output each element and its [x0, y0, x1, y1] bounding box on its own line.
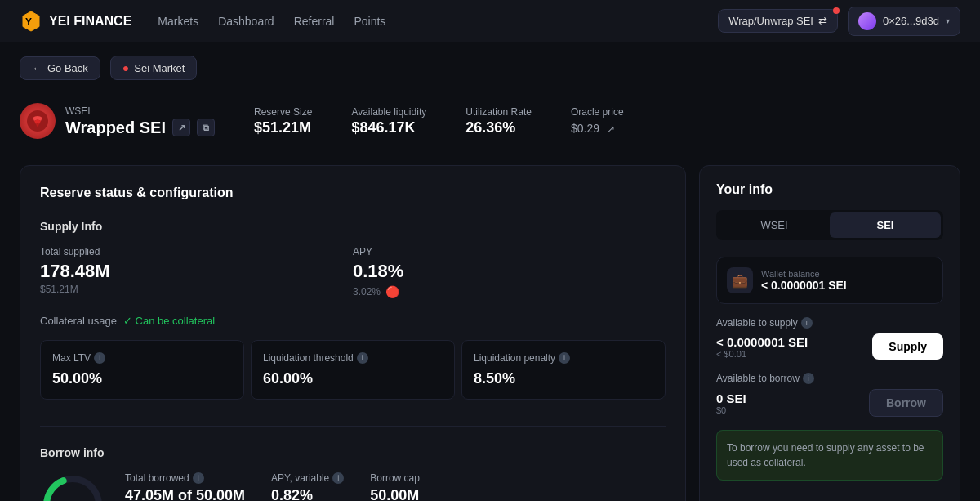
- collateral-badge: ✓ Can be collateral: [123, 315, 215, 327]
- apy-label: APY: [353, 246, 666, 257]
- logo-text: YEI FINANCE: [49, 14, 131, 29]
- reserve-size-value: $51.21M: [254, 119, 312, 136]
- supply-value-block: < 0.0000001 SEI < $0.01: [716, 335, 808, 359]
- oracle-price-value: $0.29 ↗: [571, 119, 624, 136]
- reward-icon: 🔴: [385, 285, 399, 298]
- oracle-price-label: Oracle price: [571, 106, 624, 118]
- supply-grid: Total supplied 178.48M $51.21M APY 0.18%…: [40, 246, 666, 298]
- collateral-label: Collateral usage: [40, 315, 117, 327]
- collateral-row: Collateral usage ✓ Can be collateral: [40, 315, 666, 327]
- external-link-icon[interactable]: ↗: [172, 119, 190, 136]
- supply-info-label: Supply Info: [40, 220, 666, 233]
- chevron-down-icon: ▾: [946, 16, 950, 25]
- wallet-address: 0×26...9d3d: [883, 15, 939, 27]
- utilization-rate-stat: Utilization Rate 26.36%: [466, 106, 532, 136]
- borrow-button[interactable]: Borrow: [869, 389, 943, 417]
- max-ltv-card: Max LTV i 50.00%: [40, 340, 244, 400]
- asset-ticker: WSEI: [65, 105, 215, 117]
- donut-chart-svg: [40, 472, 105, 501]
- borrow-value-row: 0 SEI $0 Borrow: [716, 389, 943, 417]
- currency-tabs: WSEI SEI: [716, 210, 943, 240]
- reserve-size-stat: Reserve Size $51.21M: [254, 106, 312, 136]
- liquidation-penalty-value: 8.50%: [474, 370, 653, 387]
- apy-stat: APY 0.18% 3.02% 🔴: [353, 246, 666, 298]
- liquidation-threshold-card: Liquidation threshold i 60.00%: [251, 340, 455, 400]
- wsei-logo-icon: [26, 110, 49, 132]
- wallet-balance-label: Wallet balance: [761, 269, 847, 279]
- wrap-unwrap-button[interactable]: Wrap/Unwrap SEI ⇄: [718, 9, 838, 33]
- available-to-supply-usd: < $0.01: [716, 349, 808, 359]
- main-grid: Reserve status & configuration Supply In…: [20, 165, 960, 501]
- available-to-borrow-label: Available to borrow i: [716, 373, 814, 384]
- back-button[interactable]: ← Go Back: [20, 56, 100, 80]
- asset-logo: [20, 103, 56, 139]
- supply-value-row: < 0.0000001 SEI < $0.01 Supply: [716, 333, 943, 360]
- avatar: [858, 12, 876, 30]
- borrow-section: 94.10% Total borrowed i 47.05M of 50.00M…: [40, 472, 666, 501]
- header: Y YEI FINANCE Markets Dashboard Referral…: [0, 0, 980, 42]
- apy-variable-label: APY, variable i: [271, 472, 344, 484]
- right-panel: Your info WSEI SEI 💼 Wallet balance < 0.…: [699, 165, 960, 501]
- wallet-balance-value: < 0.0000001 SEI: [761, 279, 847, 292]
- borrow-warning-text: To borrow you need to supply any asset t…: [727, 442, 924, 468]
- borrow-cap-stat: Borrow cap 50.00M $14.35M: [370, 472, 420, 501]
- copy-icon[interactable]: ⧉: [197, 119, 215, 136]
- swap-icon: ⇄: [818, 15, 827, 27]
- total-borrowed-label: Total borrowed i: [125, 472, 245, 484]
- tab-wsei[interactable]: WSEI: [719, 212, 830, 238]
- apy-variable-info-icon[interactable]: i: [332, 472, 344, 484]
- arrow-left-icon: ←: [32, 62, 42, 74]
- borrow-stats: Total borrowed i 47.05M of 50.00M $13.50…: [125, 472, 420, 501]
- apy-variable-value: 0.82%: [271, 487, 344, 501]
- liquidation-threshold-label: Liquidation threshold i: [263, 352, 443, 364]
- liquidation-penalty-label: Liquidation penalty i: [474, 352, 653, 364]
- left-panel: Reserve status & configuration Supply In…: [20, 165, 686, 501]
- panel-title: Reserve status & configuration: [40, 186, 666, 200]
- tab-sei[interactable]: SEI: [830, 212, 941, 238]
- borrow-chart: 94.10%: [40, 472, 105, 501]
- available-liquidity-stat: Available liquidity $846.17K: [351, 106, 426, 136]
- header-left: Y YEI FINANCE Markets Dashboard Referral…: [20, 10, 385, 33]
- section-divider: [40, 426, 666, 427]
- available-to-borrow-value: 0 SEI: [716, 391, 746, 405]
- total-supplied-value: 178.48M: [40, 261, 353, 282]
- reserve-size-label: Reserve Size: [254, 106, 312, 118]
- asset-bar: WSEI Wrapped SEI ↗ ⧉ Reserve Size $51.21…: [20, 93, 960, 149]
- liquidation-penalty-card: Liquidation penalty i 8.50%: [461, 340, 666, 400]
- liquidation-threshold-info-icon[interactable]: i: [357, 352, 368, 364]
- available-supply-info-icon[interactable]: i: [801, 317, 813, 329]
- header-right: Wrap/Unwrap SEI ⇄ 0×26...9d3d ▾: [718, 7, 960, 36]
- borrow-value-block: 0 SEI $0: [716, 391, 746, 415]
- total-borrowed-info-icon[interactable]: i: [193, 472, 204, 484]
- nav-markets[interactable]: Markets: [158, 11, 198, 31]
- available-to-supply-label: Available to supply i: [716, 317, 813, 329]
- total-supplied-stat: Total supplied 178.48M $51.21M: [40, 246, 353, 298]
- apy-value: 0.18%: [353, 261, 666, 282]
- total-supplied-label: Total supplied: [40, 246, 353, 257]
- utilization-rate-label: Utilization Rate: [466, 106, 532, 118]
- liquidation-penalty-info-icon[interactable]: i: [559, 352, 570, 364]
- max-ltv-info-icon[interactable]: i: [94, 352, 105, 364]
- nav-points[interactable]: Points: [354, 11, 385, 31]
- wrap-label: Wrap/Unwrap SEI: [728, 15, 813, 27]
- available-borrow-info-icon[interactable]: i: [803, 373, 814, 384]
- right-panel-title: Your info: [716, 182, 943, 197]
- svg-text:Y: Y: [25, 16, 32, 28]
- available-to-borrow-row: Available to borrow i 0 SEI $0 Borrow: [716, 373, 943, 417]
- nav-dashboard[interactable]: Dashboard: [218, 11, 274, 31]
- market-label: Sei Market: [134, 62, 185, 74]
- supply-row-header: Available to supply i: [716, 317, 943, 329]
- supply-button[interactable]: Supply: [872, 333, 943, 360]
- nav-referral[interactable]: Referral: [294, 11, 335, 31]
- borrow-warning-box: To borrow you need to supply any asset t…: [716, 430, 943, 481]
- back-label: Go Back: [47, 62, 88, 74]
- borrow-cap-label: Borrow cap: [370, 472, 420, 484]
- main-content: ← Go Back ● Sei Market WSEI Wrapped SEI: [0, 42, 980, 501]
- available-to-supply-row: Available to supply i < 0.0000001 SEI < …: [716, 317, 943, 360]
- wallet-button[interactable]: 0×26...9d3d ▾: [848, 7, 960, 36]
- oracle-external-icon[interactable]: ↗: [607, 123, 615, 135]
- total-borrowed-stat: Total borrowed i 47.05M of 50.00M $13.50…: [125, 472, 245, 501]
- wallet-icon: 💼: [727, 267, 753, 293]
- available-to-borrow-usd: $0: [716, 405, 746, 415]
- logo: Y YEI FINANCE: [20, 10, 131, 33]
